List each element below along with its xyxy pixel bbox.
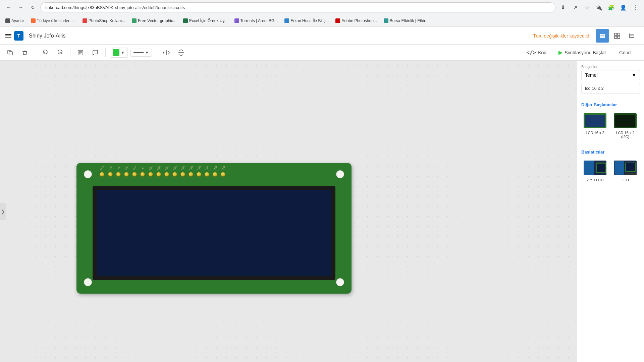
- bookmark-favicon: [183, 18, 188, 23]
- bookmark-photoshop[interactable]: PhotoShop Kullanı...: [80, 17, 128, 24]
- bookmark-label: Excel İçin Örnek Uy...: [189, 18, 227, 23]
- bookmark-favicon: [5, 18, 10, 23]
- back-button[interactable]: ←: [4, 3, 13, 12]
- right-panel: Bileşenler Temel ▼ Diğer Başlatıcılar: [577, 61, 644, 362]
- lcd-board: GND VCC V0 RS: [76, 163, 352, 294]
- lcd-frame: [93, 186, 335, 280]
- bookmark-icon[interactable]: ☆: [582, 3, 592, 12]
- url-text: tinkercad.com/things/jx83nBSVA9K-shiny-j…: [45, 5, 185, 10]
- refresh-button[interactable]: ↻: [28, 3, 38, 12]
- pin-header: GND VCC V0 RS: [99, 167, 225, 177]
- pin-ball: [205, 172, 209, 177]
- project-title[interactable]: Shiny Jofo-Allis: [29, 33, 65, 39]
- nav-menu-button[interactable]: [5, 34, 11, 38]
- bookmark-favicon: [284, 18, 289, 23]
- extension-icon[interactable]: 🔌: [594, 3, 604, 12]
- side-panel-toggle[interactable]: ❯: [0, 203, 6, 220]
- header-actions: [596, 29, 639, 43]
- logo-area: T: [5, 31, 23, 41]
- starters-grid: 2 telli LCD: [577, 157, 644, 189]
- puzzle-icon[interactable]: 🧩: [606, 3, 616, 12]
- browser-toolbar: ← → ↻ tinkercad.com/things/jx83nBSVA9K-s…: [0, 0, 644, 15]
- panel-chevron-button[interactable]: ❯: [577, 88, 577, 105]
- arduino-board-part: [584, 161, 594, 175]
- simulate-label: Simülasyonu Başlat: [565, 50, 606, 55]
- circuit-icon: [599, 33, 606, 39]
- bookmark-label: Torrents | ArenaBG...: [240, 18, 278, 23]
- note-button[interactable]: [74, 47, 87, 59]
- schematic-view-button[interactable]: [610, 29, 624, 43]
- comment-button[interactable]: [89, 47, 101, 59]
- bookmark-ayarlar[interactable]: Ayarlar: [3, 17, 27, 24]
- color-picker-button[interactable]: ▼: [110, 48, 128, 58]
- lcd-starter-image: [613, 160, 637, 176]
- pin-vcc: VCC: [108, 167, 113, 177]
- send-button[interactable]: Gönd...: [614, 47, 640, 58]
- copy-button[interactable]: [4, 47, 16, 59]
- pin-label: DB2: [165, 166, 169, 171]
- lcd-corner-br: [336, 278, 344, 286]
- starter-card-2telli-lcd[interactable]: 2 telli LCD: [581, 157, 609, 185]
- bookmark-turkiye[interactable]: Türkiye ülkesinden i...: [28, 17, 78, 24]
- download-icon[interactable]: ⬇: [558, 3, 568, 12]
- toolbar-separator-3: [105, 48, 106, 57]
- bookmark-label: Adobe Photoshop...: [341, 18, 377, 23]
- bookmark-torrents[interactable]: Torrents | ArenaBG...: [232, 17, 281, 24]
- temel-dropdown[interactable]: Temel ▼: [581, 70, 640, 80]
- pin-ball: [148, 172, 153, 177]
- list-view-button[interactable]: [625, 29, 639, 43]
- send-label: Gönd...: [619, 50, 635, 55]
- forward-button[interactable]: →: [16, 3, 25, 12]
- pin-led-a: LED: [213, 167, 217, 177]
- copy-icon: [7, 49, 13, 56]
- bookmark-bursa[interactable]: Bursa Etkinlik | Etkin...: [381, 17, 432, 24]
- share-icon[interactable]: ↗: [570, 3, 580, 12]
- pin-rs: RS: [124, 167, 129, 177]
- pin-label: RS: [125, 166, 128, 170]
- component-card-lcd16x2-i2c[interactable]: LCD 16 x 2 (I2C): [611, 110, 639, 141]
- delete-icon: [21, 49, 28, 56]
- flip-horizontal-button[interactable]: [160, 47, 172, 59]
- comment-icon: [92, 49, 99, 56]
- profile-icon[interactable]: 👤: [619, 3, 628, 12]
- pin-ball: [140, 172, 145, 177]
- pin-label: E: [141, 167, 144, 170]
- play-icon: ▶: [558, 49, 562, 56]
- bookmark-label: Türkiye ülkesinden i...: [37, 18, 76, 23]
- pin-ball: [213, 172, 217, 177]
- simulate-button[interactable]: ▶ Simülasyonu Başlat: [553, 47, 611, 58]
- delete-button[interactable]: [19, 47, 31, 59]
- redo-button[interactable]: [54, 47, 66, 59]
- chevron-down-icon: ▼: [121, 50, 125, 55]
- lcd-component[interactable]: GND VCC V0 RS: [76, 163, 352, 294]
- lcd-mini: [596, 163, 606, 173]
- code-label: Kod: [538, 50, 546, 55]
- component-search-input[interactable]: [581, 83, 640, 94]
- svg-rect-4: [614, 33, 617, 36]
- bookmark-excel[interactable]: Excel İçin Örnek Uy...: [180, 17, 230, 24]
- component-card-lcd16x2[interactable]: LCD 16 x 2: [581, 110, 609, 141]
- pin-ball: [132, 172, 137, 177]
- svg-point-1: [601, 35, 602, 36]
- menu-icon[interactable]: ⋮: [631, 3, 640, 12]
- bookmark-adobe[interactable]: Adobe Photoshop...: [333, 17, 379, 24]
- code-button[interactable]: </> Kod: [522, 47, 550, 58]
- circuit-view-button[interactable]: [596, 29, 609, 43]
- bookmark-vector[interactable]: Free Vector graphic...: [129, 17, 179, 24]
- undo-button[interactable]: [39, 47, 51, 59]
- pin-ball: [172, 172, 177, 177]
- address-bar[interactable]: tinkercad.com/things/jx83nBSVA9K-shiny-j…: [40, 2, 555, 12]
- pin-label: DB5: [189, 166, 193, 171]
- svg-rect-12: [9, 52, 12, 55]
- pin-label: DB4: [181, 166, 185, 171]
- redo-icon: [57, 49, 63, 56]
- canvas-area[interactable]: ❯ GND VCC: [0, 61, 577, 362]
- svg-rect-7: [618, 36, 620, 39]
- line-picker-button[interactable]: ▼: [130, 49, 152, 57]
- bookmark-erkan[interactable]: Erkan Hoca İle Biliş...: [282, 17, 331, 24]
- bookmark-label: Bursa Etkinlik | Etkin...: [390, 18, 430, 23]
- note-icon: [77, 49, 84, 56]
- flip-vertical-button[interactable]: [175, 47, 187, 59]
- schematic-icon: [614, 33, 621, 39]
- starter-card-lcd[interactable]: LCD: [611, 157, 639, 185]
